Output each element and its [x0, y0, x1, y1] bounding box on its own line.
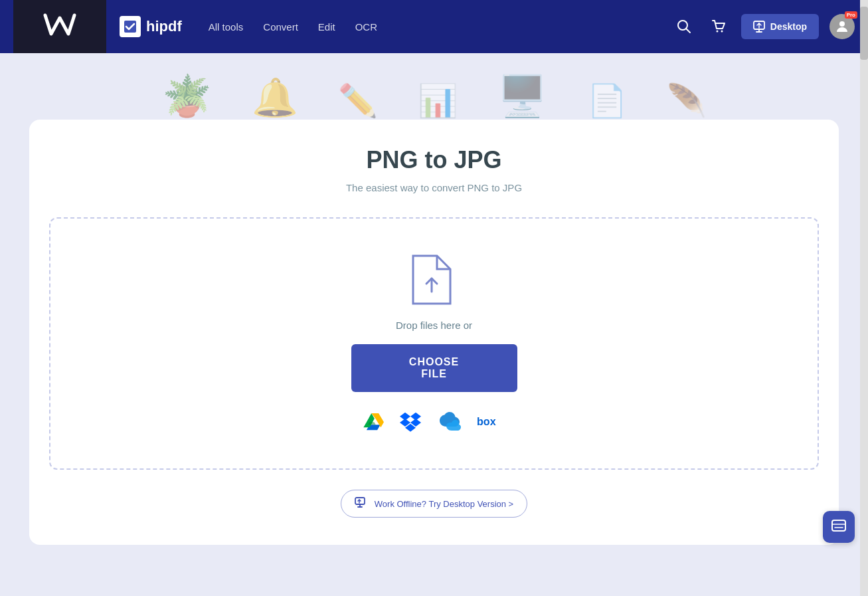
upload-icon — [410, 253, 458, 306]
lamp-illustration: 🔔 — [252, 76, 298, 120]
svg-point-4 — [721, 31, 723, 33]
nav-ocr[interactable]: OCR — [355, 21, 377, 33]
doc-illustration: 📄 — [587, 82, 627, 120]
page-subtitle: The easiest way to convert PNG to JPG — [49, 182, 819, 193]
svg-point-9 — [839, 21, 845, 27]
offline-pill[interactable]: Work Offline? Try Desktop Version > — [341, 490, 527, 518]
svg-rect-15 — [832, 520, 845, 531]
navbar: hipdf All tools Convert Edit OCR — [0, 0, 868, 53]
desktop-btn-label: Desktop — [770, 21, 807, 32]
hipdf-logo-icon — [120, 16, 141, 37]
search-button[interactable] — [672, 15, 696, 39]
main-card: PNG to JPG The easiest way to convert PN… — [29, 120, 839, 545]
scrollbar[interactable] — [860, 0, 868, 596]
dropzone[interactable]: Drop files here or CHOOSE FILE — [49, 217, 819, 470]
plant-illustration: 🪴 — [162, 72, 212, 120]
pro-badge: Pro — [845, 11, 857, 19]
scrollbar-thumb[interactable] — [860, 7, 868, 60]
dropbox-icon[interactable] — [400, 411, 421, 435]
chart-illustration: 📊 — [418, 82, 458, 120]
svg-point-3 — [716, 31, 718, 33]
desktop-offline-icon — [355, 497, 368, 510]
hero-illustrations: 🪴 🔔 ✏️ 📊 🖥️ 📄 🪶 — [162, 72, 707, 120]
cloud-service-icons: box — [363, 411, 506, 435]
google-drive-icon[interactable] — [363, 411, 384, 435]
box-icon[interactable]: box — [477, 415, 506, 431]
user-avatar[interactable]: Pro — [829, 14, 855, 39]
nav-links: All tools Convert Edit OCR — [209, 21, 672, 33]
ws-logo-icon — [43, 10, 77, 44]
quill-illustration: 🪶 — [667, 82, 707, 120]
svg-text:box: box — [477, 415, 496, 427]
offline-banner: Work Offline? Try Desktop Version > — [49, 490, 819, 518]
nav-actions: Desktop Pro — [672, 14, 855, 39]
monitor-illustration: 🖥️ — [497, 72, 547, 120]
svg-line-2 — [686, 29, 690, 33]
choose-file-button[interactable]: CHOOSE FILE — [351, 344, 517, 392]
feedback-button[interactable] — [823, 511, 855, 543]
nav-edit[interactable]: Edit — [318, 21, 335, 33]
desktop-button[interactable]: Desktop — [741, 14, 819, 39]
cart-button[interactable] — [707, 15, 731, 39]
page-title: PNG to JPG — [49, 146, 819, 174]
hipdf-text: hipdf — [146, 18, 182, 35]
pencil-illustration: ✏️ — [338, 82, 378, 120]
nav-all-tools[interactable]: All tools — [209, 21, 244, 33]
onedrive-icon[interactable] — [437, 412, 461, 433]
offline-text: Work Offline? Try Desktop Version > — [375, 499, 513, 509]
wondershare-brand — [13, 0, 106, 53]
hipdf-logo[interactable]: hipdf — [120, 16, 182, 37]
drop-text: Drop files here or — [396, 320, 472, 331]
nav-convert[interactable]: Convert — [263, 21, 298, 33]
hero-band: 🪴 🔔 ✏️ 📊 🖥️ 📄 🪶 — [0, 53, 868, 120]
